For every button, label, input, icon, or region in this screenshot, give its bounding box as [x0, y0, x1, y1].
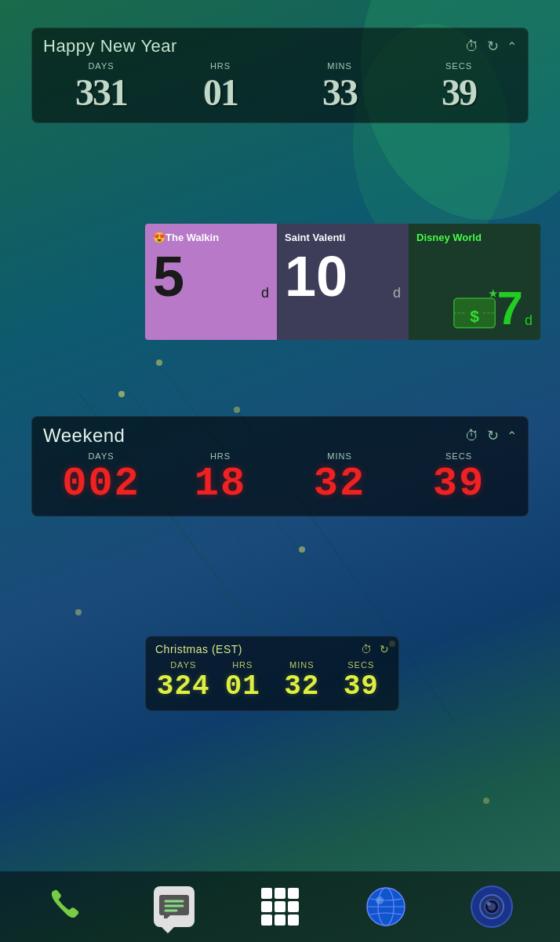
camera-dock-item[interactable] [468, 883, 515, 930]
hrs-label: HRS [162, 61, 278, 71]
days-label: DAYS [43, 61, 159, 71]
refresh-icon[interactable]: ↻ [487, 38, 499, 55]
disney-number: 7 [497, 285, 523, 332]
grid-dot [288, 915, 299, 926]
messages-dock-item[interactable] [151, 883, 198, 930]
grid-dot [261, 915, 272, 926]
camera-icon [471, 885, 513, 928]
widget-controls[interactable]: ⏱ ↻ ⌃ [465, 38, 517, 55]
christmas-alarm-icon[interactable]: ⏱ [361, 643, 372, 655]
weekend-secs-label: SECS [401, 451, 517, 461]
svg-point-8 [299, 546, 305, 553]
days-value: 331 [43, 74, 159, 111]
christmas-title: Christmas (EST) [155, 643, 242, 655]
phone-icon [49, 887, 88, 926]
apps-grid-icon [261, 888, 299, 926]
weekend-header: Weekend ⏱ ↻ ⌃ [43, 425, 517, 447]
christmas-mins-value: 32 [274, 673, 330, 701]
weekend-secs-value: 39 [401, 464, 517, 505]
mins-value: 33 [282, 74, 398, 111]
walking-dead-number-row: 5 d [153, 248, 269, 305]
disney-title: Disney World [416, 232, 533, 243]
valentine-suffix: d [393, 285, 401, 301]
secs-value: 39 [401, 74, 517, 111]
christmas-secs-value: 39 [333, 673, 390, 701]
countdown-grid: DAYS 331 HRS 01 MINS 33 SECS 39 [43, 61, 517, 111]
messages-icon [154, 886, 195, 927]
weekend-alarm-icon[interactable]: ⏱ [465, 428, 479, 444]
christmas-days-unit: DAYS 324 [155, 660, 212, 701]
valentine-number-row: 10 d [285, 248, 401, 305]
christmas-hrs-value: 01 [215, 673, 271, 701]
dock [0, 871, 560, 942]
weekend-refresh-icon[interactable]: ↻ [487, 427, 499, 444]
weekend-widget: Weekend ⏱ ↻ ⌃ DAYS 002 HRS 18 MINS 32 SE… [31, 416, 529, 517]
grid-dot [288, 901, 299, 912]
disney-suffix: d [525, 312, 533, 329]
small-cards-row: 😍The Walkin 5 d Saint Valenti 10 d Disne… [145, 224, 540, 340]
weekend-chevron-icon[interactable]: ⌃ [507, 429, 517, 444]
weekend-countdown-grid: DAYS 002 HRS 18 MINS 32 SECS 39 [43, 451, 517, 505]
christmas-header: Christmas (EST) ⏱ ↻ [155, 643, 389, 655]
grid-dot [288, 888, 299, 899]
weekend-controls[interactable]: ⏱ ↻ ⌃ [465, 427, 517, 444]
weekend-mins-label: MINS [282, 451, 398, 461]
christmas-secs-unit: SECS 39 [333, 660, 390, 701]
christmas-secs-label: SECS [333, 660, 390, 670]
weekend-hrs-value: 18 [162, 464, 278, 505]
days-unit: DAYS 331 [43, 61, 159, 111]
svg-marker-24 [164, 915, 170, 918]
christmas-controls[interactable]: ⏱ ↻ [361, 643, 389, 655]
svg-point-5 [118, 391, 125, 397]
svg-point-29 [376, 896, 384, 904]
alarm-icon[interactable]: ⏱ [465, 38, 479, 55]
secs-label: SECS [401, 61, 517, 71]
christmas-countdown-grid: DAYS 324 HRS 01 MINS 32 SECS 39 [155, 660, 389, 701]
svg-text:$: $ [470, 307, 479, 325]
grid-dot [261, 888, 272, 899]
disney-card[interactable]: Disney World $ ★ 7 d [409, 224, 540, 340]
grid-dot [275, 901, 285, 912]
svg-text:★: ★ [488, 287, 498, 300]
weekend-mins-unit: MINS 32 [282, 451, 398, 505]
globe-icon [365, 886, 406, 927]
christmas-days-value: 324 [155, 673, 212, 701]
grid-dot [261, 901, 272, 912]
christmas-hrs-unit: HRS 01 [215, 660, 271, 701]
grid-dot [275, 915, 285, 926]
phone-dock-item[interactable] [45, 883, 92, 930]
weekend-days-value: 002 [43, 464, 159, 505]
christmas-mins-unit: MINS 32 [274, 660, 330, 701]
hrs-value: 01 [162, 74, 278, 111]
weekend-title: Weekend [43, 425, 125, 447]
chevron-up-icon[interactable]: ⌃ [507, 39, 517, 54]
walking-dead-title: 😍The Walkin [153, 232, 269, 243]
secs-unit: SECS 39 [401, 61, 517, 111]
happy-new-year-widget: Happy New Year ⏱ ↻ ⌃ DAYS 331 HRS 01 MIN… [31, 27, 529, 123]
walking-dead-number: 5 [153, 248, 260, 305]
widget-title: Happy New Year [43, 36, 177, 57]
svg-point-7 [234, 407, 240, 413]
svg-point-10 [483, 798, 489, 804]
weekend-secs-unit: SECS 39 [401, 451, 517, 505]
weekend-days-unit: DAYS 002 [43, 451, 159, 505]
mins-unit: MINS 33 [282, 61, 398, 111]
apps-dock-item[interactable] [256, 883, 304, 930]
valentine-number: 10 [285, 248, 391, 305]
browser-dock-item[interactable] [362, 883, 409, 930]
hrs-unit: HRS 01 [162, 61, 278, 111]
walking-dead-suffix: d [261, 285, 269, 301]
christmas-days-label: DAYS [155, 660, 212, 670]
weekend-hrs-unit: HRS 18 [162, 451, 278, 505]
weekend-days-label: DAYS [43, 451, 159, 461]
christmas-refresh-icon[interactable]: ↻ [380, 643, 389, 655]
svg-point-34 [486, 902, 490, 906]
weekend-mins-value: 32 [282, 464, 398, 505]
svg-line-2 [157, 361, 392, 675]
mins-label: MINS [282, 61, 398, 71]
weekend-hrs-label: HRS [162, 451, 278, 461]
grid-dot [275, 888, 285, 899]
valentine-card[interactable]: Saint Valenti 10 d [277, 224, 409, 340]
svg-point-11 [75, 609, 82, 615]
walking-dead-card[interactable]: 😍The Walkin 5 d [145, 224, 277, 340]
